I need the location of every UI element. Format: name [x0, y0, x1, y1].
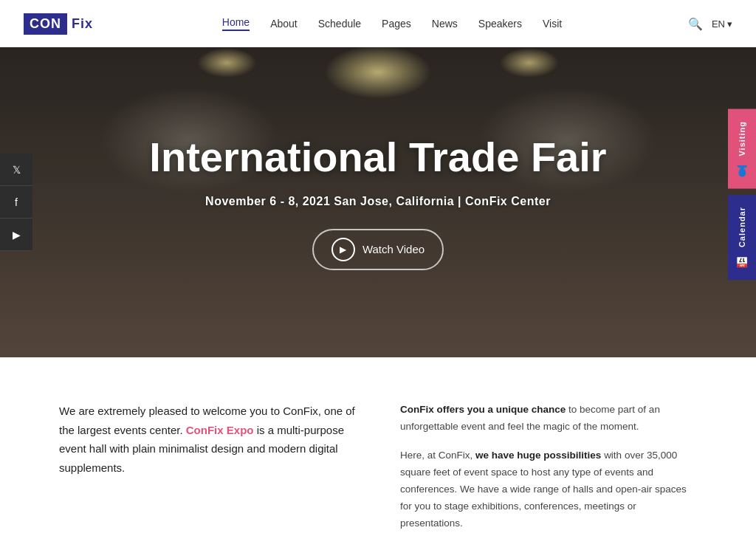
right-rest2: with over 35,000 square feet of event sp… [400, 450, 687, 529]
right-bold1: ConFix offers you a unique chance [400, 404, 566, 415]
hero-subtitle: November 6 - 8, 2021 San Jose, Californi… [149, 195, 606, 208]
nav-pages[interactable]: Pages [382, 18, 411, 30]
right-para2: Here, at ConFix, we have huge possibilit… [400, 447, 697, 532]
social-sidebar: 𝕏 f ▶ [0, 154, 32, 251]
right-bold2: we have huge possibilities [475, 450, 601, 461]
visiting-label: Visiting [738, 121, 746, 157]
youtube-icon: ▶ [13, 229, 21, 241]
header-icons: 🔍 EN ▾ [688, 17, 732, 31]
left-content: We are extremely pleased to welcome you … [59, 402, 356, 544]
visiting-icon: 👤 [736, 164, 748, 177]
chevron-down-icon: ▾ [727, 18, 732, 30]
logo-fix: Fix [69, 13, 96, 35]
highlight-text: ConFix Expo [186, 424, 254, 436]
right-content: ConFix offers you a unique chance to bec… [400, 402, 697, 544]
nav-speakers[interactable]: Speakers [478, 18, 522, 30]
nav-schedule[interactable]: Schedule [318, 18, 361, 30]
hero-title: International Trade Fair [149, 134, 606, 180]
calendar-tab[interactable]: 📅 Calendar [728, 195, 756, 280]
intro-text: We are extremely pleased to welcome you … [59, 402, 356, 477]
search-icon[interactable]: 🔍 [688, 17, 703, 31]
logo-con: CON [24, 13, 67, 35]
main-nav: Home About Schedule Pages News Speakers … [222, 16, 562, 31]
nav-home[interactable]: Home [222, 16, 250, 31]
hero-content: International Trade Fair November 6 - 8,… [149, 134, 606, 270]
calendar-icon: 📅 [736, 255, 748, 268]
twitter-icon: 𝕏 [13, 164, 21, 176]
facebook-button[interactable]: f [0, 186, 32, 219]
calendar-label: Calendar [738, 207, 746, 247]
right-sidebar: 👤 Visiting 📅 Calendar [728, 109, 756, 280]
nav-visit[interactable]: Visit [543, 18, 562, 30]
right-start2: Here, at ConFix, [400, 450, 475, 461]
header: CON Fix Home About Schedule Pages News S… [0, 0, 756, 47]
logo[interactable]: CON Fix [24, 13, 96, 35]
hero-section: 𝕏 f ▶ 👤 Visiting 📅 Calendar Internationa… [0, 47, 756, 357]
nav-about[interactable]: About [270, 18, 298, 30]
language-selector[interactable]: EN ▾ [712, 18, 732, 30]
play-icon: ▶ [331, 238, 355, 261]
watch-video-button[interactable]: ▶ Watch Video [312, 229, 444, 270]
right-para1: ConFix offers you a unique chance to bec… [400, 402, 697, 436]
facebook-icon: f [15, 196, 18, 208]
content-section: We are extremely pleased to welcome you … [0, 357, 756, 550]
nav-news[interactable]: News [432, 18, 458, 30]
watch-video-label: Watch Video [362, 243, 425, 255]
youtube-button[interactable]: ▶ [0, 219, 32, 251]
visiting-tab[interactable]: 👤 Visiting [728, 109, 756, 189]
twitter-button[interactable]: 𝕏 [0, 154, 32, 186]
